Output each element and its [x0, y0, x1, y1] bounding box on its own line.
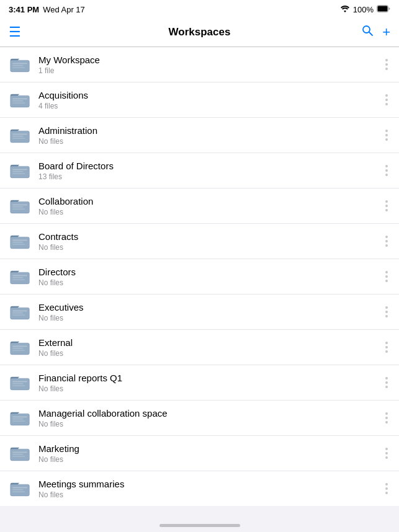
menu-icon[interactable]: ☰	[9, 24, 21, 40]
item-name: Executives	[38, 301, 380, 314]
dot3	[385, 421, 388, 423]
item-more-button[interactable]	[380, 127, 390, 143]
svg-rect-31	[12, 239, 27, 241]
item-text: Managerial collaboration space No files	[38, 407, 380, 429]
item-more-button[interactable]	[380, 233, 390, 249]
folder-icon-wrap	[9, 265, 31, 288]
item-name: Administration	[38, 125, 380, 137]
status-date: Wed Apr 17	[43, 5, 85, 14]
item-more-button[interactable]	[380, 92, 390, 108]
search-icon[interactable]	[361, 24, 374, 40]
svg-rect-41	[12, 310, 27, 311]
nav-bar: ☰ Workspaces +	[0, 17, 399, 47]
dot2	[385, 381, 388, 384]
item-more-button[interactable]	[380, 268, 390, 285]
workspace-item[interactable]: Contracts No files	[0, 224, 399, 259]
workspace-item[interactable]: My Workspace 1 file	[0, 47, 399, 82]
dot2	[385, 169, 388, 172]
item-name: Board of Directors	[38, 160, 380, 172]
dot1	[385, 59, 388, 61]
item-sub: No files	[38, 349, 380, 358]
item-sub: No files	[38, 490, 380, 499]
workspace-item[interactable]: Financial reports Q1 No files	[0, 365, 399, 401]
item-text: Executives No files	[38, 301, 380, 323]
item-more-button[interactable]	[380, 162, 390, 179]
svg-rect-61	[12, 451, 27, 453]
svg-rect-6	[12, 63, 27, 64]
workspace-item[interactable]: Board of Directors 13 files	[0, 153, 399, 188]
dot2	[385, 240, 388, 242]
workspace-item[interactable]: Administration No files	[0, 118, 399, 153]
dot2	[385, 346, 388, 348]
svg-rect-12	[12, 100, 23, 102]
item-more-button[interactable]	[380, 445, 390, 461]
svg-rect-18	[12, 138, 25, 139]
item-more-button[interactable]	[380, 481, 390, 497]
status-bar: 3:41 PM Wed Apr 17 100%	[0, 0, 399, 17]
folder-icon-wrap	[9, 477, 31, 500]
item-name: Contracts	[38, 231, 380, 243]
svg-rect-23	[12, 173, 25, 174]
item-name: Acquisitions	[38, 89, 380, 102]
folder-icon-wrap	[9, 371, 31, 394]
item-sub: No files	[38, 384, 380, 393]
svg-rect-56	[12, 416, 27, 417]
nav-left: ☰	[9, 24, 46, 40]
item-more-button[interactable]	[380, 198, 390, 214]
item-sub: 4 files	[38, 102, 380, 110]
svg-rect-21	[12, 169, 27, 170]
item-text: Financial reports Q1 No files	[38, 372, 380, 394]
item-text: Administration No files	[38, 125, 380, 146]
svg-rect-39	[11, 308, 30, 319]
dot1	[385, 94, 388, 97]
item-text: Meetings summaries No files	[38, 478, 380, 500]
svg-rect-28	[12, 208, 25, 210]
folder-icon-wrap	[9, 442, 31, 464]
dot1	[385, 165, 388, 167]
item-text: Directors No files	[38, 266, 380, 288]
item-sub: No files	[38, 243, 380, 252]
dot2	[385, 452, 388, 454]
dot3	[385, 456, 388, 459]
svg-rect-67	[12, 489, 23, 490]
battery-percent: 100%	[353, 5, 374, 14]
folder-icon-wrap	[9, 53, 31, 76]
svg-rect-51	[12, 381, 27, 382]
workspace-item[interactable]: Acquisitions 4 files	[0, 82, 399, 118]
status-right: 100%	[340, 4, 390, 15]
workspace-item[interactable]: External No files	[0, 330, 399, 365]
item-more-button[interactable]	[380, 375, 390, 391]
workspace-item[interactable]: Directors No files	[0, 259, 399, 295]
item-more-button[interactable]	[380, 56, 390, 73]
dot1	[385, 448, 388, 450]
svg-rect-7	[12, 65, 23, 66]
item-more-button[interactable]	[380, 339, 390, 355]
item-text: External No files	[38, 337, 380, 358]
add-icon[interactable]: +	[382, 24, 390, 40]
dot3	[385, 350, 388, 353]
dot3	[385, 209, 388, 211]
workspace-item[interactable]: Executives No files	[0, 295, 399, 330]
svg-rect-17	[12, 136, 23, 137]
dot1	[385, 236, 388, 238]
dot1	[385, 130, 388, 132]
svg-rect-59	[11, 449, 30, 461]
folder-icon-wrap	[9, 301, 31, 323]
dot3	[385, 68, 388, 70]
dot2	[385, 205, 388, 207]
svg-rect-43	[12, 314, 25, 316]
workspace-item[interactable]: Managerial collaboration space No files	[0, 401, 399, 436]
workspace-item[interactable]: Collaboration No files	[0, 188, 399, 224]
workspace-item[interactable]: Marketing No files	[0, 436, 399, 471]
item-sub: No files	[38, 137, 380, 146]
folder-icon-wrap	[9, 89, 31, 111]
item-text: Contracts No files	[38, 231, 380, 252]
item-name: Managerial collaboration space	[38, 407, 380, 420]
dot3	[385, 244, 388, 247]
item-more-button[interactable]	[380, 410, 390, 426]
item-name: Marketing	[38, 443, 380, 455]
item-more-button[interactable]	[380, 304, 390, 320]
workspace-item[interactable]: Meetings summaries No files	[0, 471, 399, 506]
dot3	[385, 138, 388, 141]
folder-icon-wrap	[9, 124, 31, 146]
